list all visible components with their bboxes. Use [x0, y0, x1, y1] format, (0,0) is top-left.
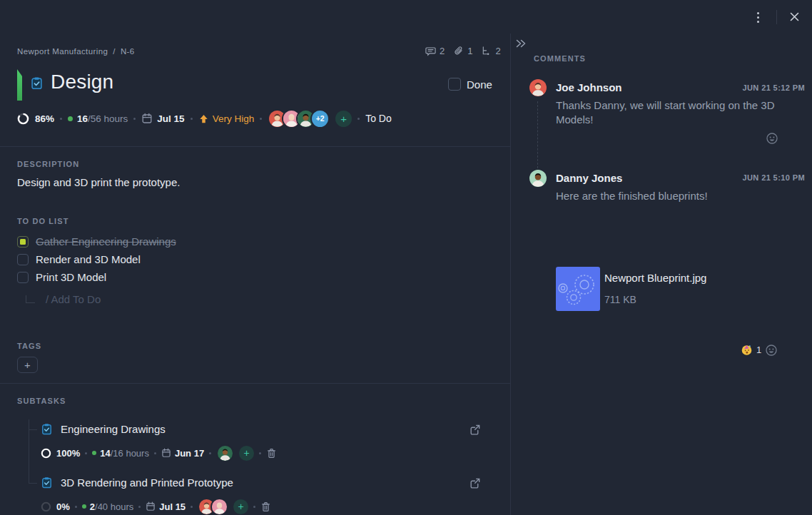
- subtask-hours-done: 14: [100, 448, 110, 459]
- collapse-panel-icon[interactable]: [515, 38, 527, 49]
- close-icon[interactable]: [788, 11, 801, 23]
- kebab-menu-icon[interactable]: [755, 10, 761, 25]
- reaction-chip[interactable]: 1: [741, 344, 761, 356]
- progress-percent[interactable]: 86%: [35, 113, 54, 124]
- subtask-hours-total: /16 hours: [111, 448, 149, 459]
- comment-bubble-icon: [425, 46, 436, 56]
- progress-ring[interactable]: [17, 113, 29, 125]
- subtask-due-date-field[interactable]: Jul 15: [146, 501, 186, 512]
- description-text[interactable]: Design and 3D print the prototype.: [17, 176, 180, 188]
- done-checkbox[interactable]: [448, 78, 461, 91]
- done-label: Done: [467, 78, 492, 91]
- subtask-title[interactable]: Engineering Drawings: [61, 423, 166, 435]
- due-date-field[interactable]: Jul 15: [141, 113, 184, 124]
- add-assignee-icon[interactable]: +: [239, 446, 254, 461]
- task-detail-window: Newport Manufacturing / N-6 2 1 2 Design…: [0, 0, 812, 515]
- todo-item[interactable]: Render and 3D Model: [17, 253, 141, 265]
- hours-field[interactable]: 16/56 hours: [68, 113, 128, 124]
- comment-text: Thanks Danny, we will start working on t…: [556, 98, 796, 126]
- external-link-icon[interactable]: [469, 424, 481, 436]
- done-toggle[interactable]: Done: [448, 78, 492, 91]
- dot-separator: [154, 452, 156, 454]
- assignee-avatars[interactable]: +2: [268, 109, 330, 128]
- comments-heading: COMMENTS: [534, 54, 586, 63]
- subtask-row[interactable]: Engineering Drawings: [41, 423, 166, 435]
- subtask-hours-field[interactable]: 14/16 hours: [92, 448, 149, 459]
- attachments-count-value: 1: [467, 46, 472, 56]
- subtask-hours-field[interactable]: 2/40 hours: [82, 501, 133, 512]
- assignee-overflow-badge[interactable]: +2: [310, 109, 330, 128]
- avatar[interactable]: [210, 498, 228, 515]
- todo-item-label[interactable]: Render and 3D Model: [36, 253, 141, 265]
- todo-item-label[interactable]: Print 3D Model: [36, 271, 106, 283]
- external-link-icon[interactable]: [469, 477, 481, 489]
- calendar-icon: [141, 113, 153, 124]
- due-date: Jul 15: [157, 113, 184, 124]
- dot-separator: [357, 118, 360, 120]
- trash-icon[interactable]: [266, 448, 277, 459]
- reaction-count: 1: [756, 345, 761, 355]
- progress-ring: [41, 501, 51, 512]
- assignee-avatars[interactable]: [198, 498, 228, 515]
- dot-separator: [209, 452, 211, 454]
- todo-checkbox[interactable]: [17, 254, 29, 265]
- avatar[interactable]: [216, 444, 234, 462]
- status-field[interactable]: To Do: [365, 113, 392, 124]
- add-assignee-icon[interactable]: +: [233, 499, 248, 514]
- avatar[interactable]: [529, 170, 547, 187]
- hours-total: /56 hours: [88, 113, 128, 124]
- subtasks-count[interactable]: 2: [481, 46, 500, 56]
- todo-item[interactable]: Print 3D Model: [17, 271, 106, 283]
- attachments-count[interactable]: 1: [453, 46, 472, 56]
- comment-author[interactable]: Danny Jones: [556, 172, 622, 184]
- add-tag-button[interactable]: +: [17, 357, 38, 373]
- add-reaction-icon[interactable]: [766, 132, 778, 145]
- subtask-tree-icon: [481, 46, 492, 56]
- subtask-due-date-field[interactable]: Jun 17: [161, 448, 204, 459]
- description-heading: DESCRIPTION: [17, 160, 79, 168]
- subtask-progress-percent[interactable]: 100%: [56, 448, 80, 459]
- comment-author[interactable]: Joe Johnson: [556, 81, 622, 93]
- trash-icon[interactable]: [260, 501, 271, 512]
- comment-thread-line: [537, 101, 538, 168]
- priority-label: Very High: [213, 113, 255, 124]
- progress-color-bar: [17, 69, 22, 101]
- paperclip-icon: [453, 46, 464, 56]
- dot-separator: [133, 118, 136, 120]
- add-assignee-icon[interactable]: +: [335, 111, 352, 127]
- subtask-progress-percent[interactable]: 0%: [56, 501, 70, 512]
- todo-item[interactable]: Gather Engineering Drawings: [17, 235, 176, 248]
- task-clipboard-icon: [30, 76, 44, 90]
- attachment-filename[interactable]: Newport Blueprint.jpg: [604, 272, 706, 284]
- subtasks-count-value: 2: [495, 46, 500, 56]
- task-title[interactable]: Design: [51, 71, 113, 93]
- add-reaction-icon[interactable]: [765, 344, 778, 357]
- task-clipboard-icon: [41, 476, 53, 489]
- dot-separator: [259, 452, 261, 454]
- subtask-title[interactable]: 3D Rendering and Printed Prototype: [61, 476, 233, 489]
- todo-checkbox[interactable]: [17, 272, 29, 283]
- dot-separator: [138, 506, 141, 508]
- avatar[interactable]: [529, 79, 547, 96]
- todo-checkbox-checked[interactable]: [17, 236, 29, 248]
- section-divider: [0, 383, 510, 384]
- topbar-divider: [776, 10, 777, 24]
- add-todo-placeholder: / Add To Do: [46, 293, 101, 305]
- attachment-gears-thumbnail[interactable]: [556, 267, 600, 311]
- priority-field[interactable]: Very High: [198, 113, 255, 124]
- tags-heading: TAGS: [17, 342, 41, 350]
- dot-separator: [253, 506, 255, 508]
- subtask-row[interactable]: 3D Rendering and Printed Prototype: [41, 476, 233, 489]
- add-todo-input[interactable]: / Add To Do: [26, 293, 101, 305]
- party-face-emoji: [741, 344, 753, 356]
- calendar-icon: [161, 448, 171, 458]
- progress-ring: [41, 448, 51, 459]
- task-clipboard-icon: [41, 423, 53, 435]
- breadcrumb-task-id[interactable]: N-6: [121, 47, 135, 56]
- breadcrumb-project[interactable]: Newport Manufacturing: [17, 47, 108, 56]
- breadcrumb-separator: /: [113, 47, 116, 56]
- comments-count[interactable]: 2: [425, 46, 445, 56]
- todo-heading: TO DO LIST: [17, 217, 69, 225]
- todo-item-label[interactable]: Gather Engineering Drawings: [36, 235, 176, 248]
- dot-separator: [191, 506, 193, 508]
